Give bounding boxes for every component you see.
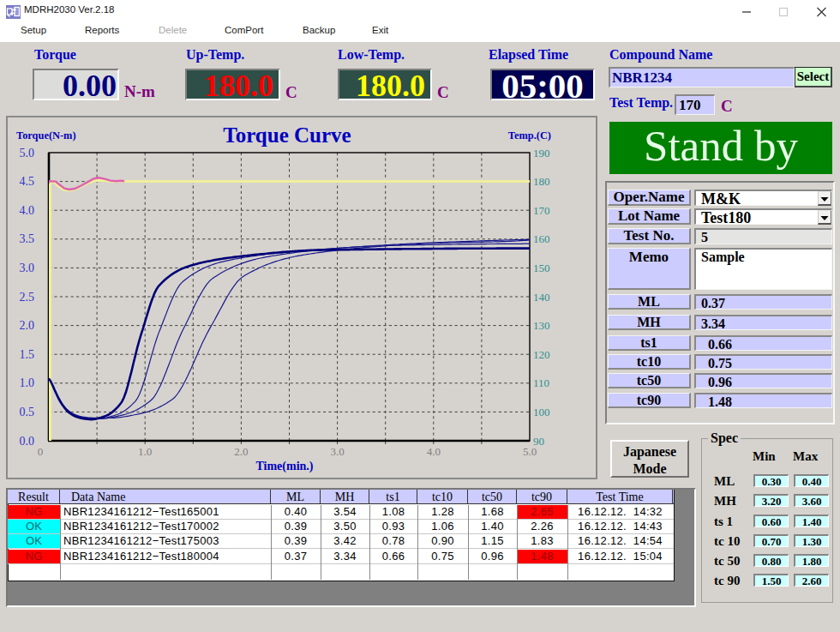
svg-text:0: 0 <box>38 445 44 458</box>
svg-text:5.0: 5.0 <box>20 147 35 160</box>
svg-text:2.5: 2.5 <box>20 291 35 304</box>
svg-text:3.0: 3.0 <box>330 445 344 458</box>
svg-text:140: 140 <box>533 291 550 304</box>
svg-text:4.5: 4.5 <box>20 175 35 188</box>
svg-text:180: 180 <box>533 175 550 188</box>
svg-text:110: 110 <box>533 376 549 389</box>
svg-text:Time(min.): Time(min.) <box>255 460 313 473</box>
svg-text:1.0: 1.0 <box>20 376 35 389</box>
svg-text:1.0: 1.0 <box>138 445 152 458</box>
svg-text:Torque(N-m): Torque(N-m) <box>16 129 76 141</box>
svg-text:120: 120 <box>533 348 550 361</box>
svg-text:160: 160 <box>533 232 550 245</box>
svg-text:0.0: 0.0 <box>20 435 35 448</box>
svg-text:2.0: 2.0 <box>234 445 248 458</box>
svg-text:190: 190 <box>533 147 550 160</box>
svg-text:150: 150 <box>533 262 550 274</box>
svg-text:Temp.(C): Temp.(C) <box>508 129 551 141</box>
svg-text:100: 100 <box>533 406 550 418</box>
svg-text:5.0: 5.0 <box>523 445 537 458</box>
svg-text:3.5: 3.5 <box>20 232 35 245</box>
svg-text:0.5: 0.5 <box>20 406 35 418</box>
svg-text:130: 130 <box>533 319 550 332</box>
svg-text:4.0: 4.0 <box>427 445 441 458</box>
svg-text:170: 170 <box>533 204 550 217</box>
svg-text:2.0: 2.0 <box>20 319 35 332</box>
svg-text:1.5: 1.5 <box>20 348 35 361</box>
svg-text:3.0: 3.0 <box>20 262 35 274</box>
svg-text:4.0: 4.0 <box>20 204 35 217</box>
